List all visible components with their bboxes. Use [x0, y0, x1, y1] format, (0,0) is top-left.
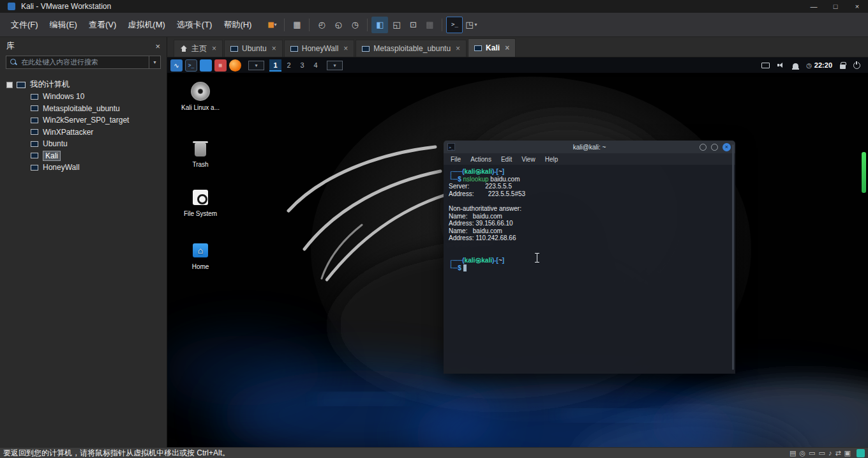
terminal-menu-actions[interactable]: Actions [470, 156, 491, 163]
display-indicator-icon[interactable] [761, 63, 770, 68]
hard-disk-icon[interactable]: ▤ [789, 450, 796, 457]
vm-monitor-icon [31, 105, 38, 111]
file-manager-launcher-icon[interactable] [200, 59, 212, 72]
vm-scroll-indicator[interactable] [862, 152, 866, 193]
tab-close-icon[interactable]: × [212, 44, 216, 53]
workspace-4[interactable]: 4 [310, 59, 322, 72]
sound-icon[interactable]: ♪ [828, 450, 832, 457]
terminal-text-segment: kali㉿kali [465, 168, 492, 175]
snapshot-take-icon: ◴ [318, 20, 326, 29]
tab-close-icon[interactable]: × [272, 44, 276, 53]
tab-kali[interactable]: Kali× [468, 38, 516, 57]
vm-monitor-icon [474, 45, 482, 51]
panel-applet-right[interactable]: ▾ [327, 61, 343, 70]
desktop-icon-kali-linux-a[interactable]: Kali Linux a... [177, 82, 223, 111]
terminal-scrollbar[interactable] [732, 144, 734, 370]
vm-tree-root[interactable]: 我的计算机 [0, 79, 167, 91]
send-ctrl-alt-del-button[interactable]: ▦ [288, 17, 305, 33]
vm-tree-item-ubuntu[interactable]: Ubuntu [0, 138, 167, 150]
snapshot-take-button[interactable]: ◴ [313, 17, 330, 33]
search-dropdown-icon[interactable]: ▾ [149, 56, 160, 68]
menu-item-v[interactable]: 查看(V) [83, 16, 122, 34]
tab-ubuntu[interactable]: Ubuntu× [224, 40, 283, 57]
vm-tree-item-winxpattacker[interactable]: WinXPattacker [0, 126, 167, 139]
vm-screen[interactable]: ∿>_≡ ▾ 1234 ▾ ◷ 22:20 [167, 57, 868, 447]
menu-items: 文件(F)编辑(E)查看(V)虚拟机(M)选项卡(T)帮助(H) [5, 16, 257, 34]
vm-tree-item-honeywall[interactable]: HoneyWall [0, 162, 167, 174]
terminal-body[interactable]: ┌──(kali㉿kali)-[~]└─$ nslookup baidu.com… [444, 165, 735, 374]
desktop-icon-label: Kali Linux a... [177, 104, 223, 111]
terminal-window[interactable]: >_ kali@kali: ~ × FileActionsEditViewHel… [444, 141, 735, 374]
vm-name-label: Windows 10 [43, 92, 84, 101]
show-library-icon: ◧ [376, 20, 384, 29]
fullscreen-icon: ⊡ [410, 20, 417, 29]
tab-home[interactable]: 主页× [174, 40, 223, 57]
power-indicator-icon[interactable] [853, 62, 860, 69]
desktop-icon-home[interactable]: Home [177, 241, 223, 270]
vm-tree-item-windows-10[interactable]: Windows 10 [0, 91, 167, 103]
vm-tree-item-kali[interactable]: Kali [0, 150, 167, 162]
workspace-2[interactable]: 2 [283, 59, 295, 72]
terminal-line: Name: baidu.com [449, 213, 730, 220]
notifications-indicator-icon[interactable] [793, 63, 798, 68]
screenlock-indicator-icon[interactable] [840, 65, 846, 69]
fullscreen-button[interactable]: ⊡ [405, 17, 421, 33]
menu-item-t[interactable]: 选项卡(T) [171, 16, 218, 34]
menu-item-m[interactable]: 虚拟机(M) [122, 16, 171, 34]
terminal-close-button[interactable]: × [722, 143, 731, 151]
panel-applet-left[interactable]: ▾ [248, 61, 264, 70]
tab-metasploitable-ubuntu[interactable]: Metasploitable_ubuntu× [355, 40, 467, 57]
desktop-icon-trash[interactable]: Trash [177, 139, 223, 168]
panel-clock[interactable]: ◷ 22:20 [806, 61, 832, 69]
workspace-3[interactable]: 3 [296, 59, 308, 72]
usb-icon[interactable]: ⇄ [835, 450, 841, 457]
volume-indicator-icon[interactable] [777, 62, 785, 68]
text-editor-launcher-icon[interactable]: ≡ [214, 59, 227, 72]
kali-menu-launcher-icon[interactable]: ∿ [170, 59, 183, 72]
vm-monitor-icon [31, 153, 38, 158]
cd-rom-icon[interactable]: ◎ [799, 450, 805, 457]
message-log-indicator[interactable] [857, 449, 865, 457]
terminal-titlebar[interactable]: >_ kali@kali: ~ × [444, 141, 735, 153]
library-close-icon[interactable]: × [155, 42, 160, 50]
tab-close-icon[interactable]: × [343, 44, 348, 53]
window-title: Kali - VMware Workstation [21, 2, 111, 11]
fit-guest-button[interactable]: ◳▾ [463, 17, 479, 33]
display-device-icon[interactable]: ▣ [844, 450, 851, 457]
network-adapter-icon[interactable]: ▭ [809, 450, 815, 457]
workspace-1[interactable]: 1 [269, 59, 281, 72]
suspend-button[interactable]: ▮▮▾ [264, 17, 280, 33]
snapshot-manager-button[interactable]: ◷ [347, 17, 363, 33]
terminal-menu-edit[interactable]: Edit [501, 156, 512, 163]
tab-close-icon[interactable]: × [505, 43, 509, 52]
desktop-icon-file-system[interactable]: File System [177, 188, 223, 217]
maximize-button[interactable]: □ [825, 0, 846, 13]
library-search-input[interactable]: 在此处键入内容进行搜索 ▾ [6, 56, 161, 69]
terminal-menu-file[interactable]: File [451, 156, 461, 163]
vm-tree-item-metasploitable-ubuntu[interactable]: Metasploitable_ubuntu [0, 103, 167, 115]
terminal-launcher-icon[interactable]: >_ [185, 59, 197, 72]
minimize-button[interactable]: — [803, 0, 825, 13]
terminal-menu-view[interactable]: View [521, 156, 535, 163]
firefox-launcher-icon[interactable] [229, 59, 241, 72]
tab-honeywall[interactable]: HoneyWall× [284, 40, 355, 57]
enhanced-console-button[interactable]: >_ [446, 17, 463, 33]
unity-icon: ▦ [426, 20, 433, 29]
terminal-text-segment: nslookup [463, 176, 489, 183]
terminal-menu-help[interactable]: Help [545, 156, 558, 163]
close-button[interactable]: × [846, 0, 868, 13]
terminal-cursor [463, 264, 467, 271]
tab-close-icon[interactable]: × [456, 44, 460, 53]
network-adapter-2-icon[interactable]: ▭ [818, 450, 825, 457]
terminal-maximize-button[interactable] [711, 144, 718, 151]
dropdown-caret-icon[interactable]: ▾ [475, 22, 477, 27]
menu-item-e[interactable]: 编辑(E) [44, 16, 83, 34]
menu-item-f[interactable]: 文件(F) [5, 16, 44, 34]
dropdown-caret-icon[interactable]: ▾ [274, 22, 277, 27]
vm-tree-item-win2kserver-sp0-target[interactable]: Win2kServer_SP0_target [0, 114, 167, 126]
show-library-button[interactable]: ◧ [371, 17, 388, 33]
menu-item-h[interactable]: 帮助(H) [218, 16, 257, 34]
snapshot-revert-button[interactable]: ◵ [330, 17, 347, 33]
terminal-minimize-button[interactable] [700, 144, 707, 151]
show-thumbnail-bar-button[interactable]: ◱ [388, 17, 405, 33]
